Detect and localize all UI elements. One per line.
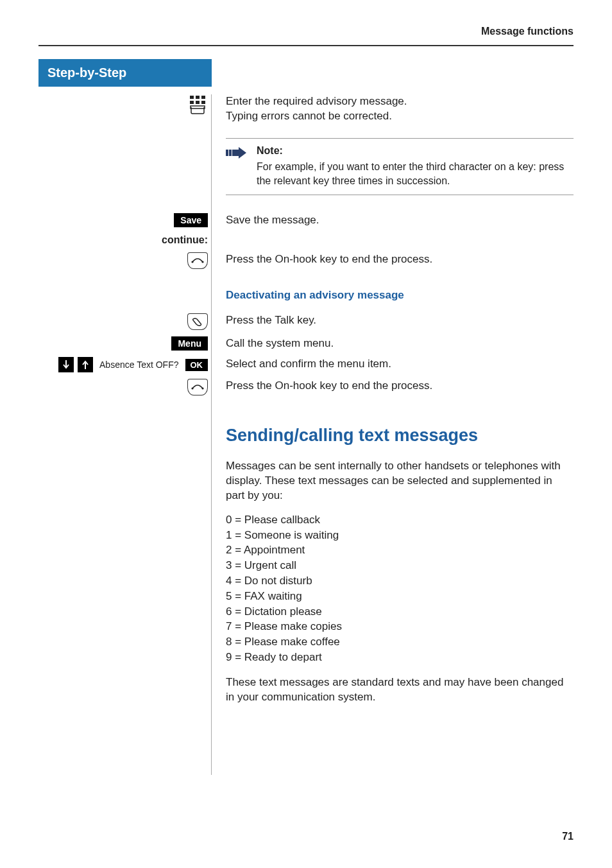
message-list-item: 8 = Please make coffee: [226, 634, 574, 650]
message-list-item: 4 = Do not disturb: [226, 573, 574, 589]
message-list-item: 1 = Someone is waiting: [226, 528, 574, 543]
sending-intro: Messages can be sent internally to other…: [226, 459, 574, 503]
svg-rect-7: [226, 150, 228, 156]
note-title: Note:: [257, 144, 574, 158]
save-text: Save the message.: [212, 213, 574, 228]
sending-calling-heading: Sending/calling text messages: [226, 424, 574, 447]
svg-point-11: [191, 261, 193, 263]
step-by-step-header: Step-by-Step: [38, 59, 212, 87]
message-list-item: 3 = Urgent call: [226, 558, 574, 573]
arrow-up-button[interactable]: [78, 357, 93, 372]
svg-point-14: [201, 388, 203, 390]
note-box: Note: For example, if you want to enter …: [226, 138, 574, 195]
svg-marker-10: [239, 147, 246, 159]
menu-button[interactable]: Menu: [171, 336, 208, 351]
onhook-key-icon[interactable]: [187, 252, 208, 269]
column-divider: [211, 94, 212, 775]
message-list-item: 0 = Please callback: [226, 512, 574, 528]
save-button[interactable]: Save: [174, 213, 208, 227]
svg-rect-9: [232, 150, 239, 156]
message-list-item: 7 = Please make copies: [226, 619, 574, 634]
enter-advisory-text-line1: Enter the required advisory message.: [226, 94, 574, 109]
select-confirm-text: Select and confirm the menu item.: [212, 357, 574, 372]
talk-text: Press the Talk key.: [212, 313, 574, 328]
sending-outro: These text messages are standard texts a…: [226, 675, 574, 705]
header-section-title: Message functions: [38, 26, 574, 46]
message-list-item: 2 = Appointment: [226, 542, 574, 558]
svg-rect-6: [191, 106, 205, 108]
onhook-text-2: Press the On-hook key to end the process…: [212, 379, 574, 394]
talk-key-icon[interactable]: [187, 313, 208, 330]
menu-text: Call the system menu.: [212, 336, 574, 351]
message-list: 0 = Please callback1 = Someone is waitin…: [226, 512, 574, 665]
message-list-item: 6 = Dictation please: [226, 604, 574, 620]
page-number: 71: [562, 831, 574, 842]
svg-rect-3: [190, 101, 194, 104]
display-absence-text-off: Absence Text OFF?: [97, 360, 181, 370]
keypad-icon: [189, 94, 208, 117]
message-list-item: 5 = FAX waiting: [226, 589, 574, 604]
svg-rect-2: [201, 96, 205, 99]
svg-point-12: [201, 261, 203, 263]
svg-rect-1: [196, 96, 200, 99]
svg-rect-0: [190, 96, 194, 99]
svg-rect-4: [196, 101, 200, 104]
note-arrow-icon: [226, 144, 248, 188]
deactivate-heading: Deactivating an advisory message: [226, 288, 574, 303]
arrow-down-button[interactable]: [58, 357, 74, 372]
continue-label: continue:: [38, 234, 212, 246]
onhook-key-icon-2[interactable]: [187, 379, 208, 395]
onhook-text-1: Press the On-hook key to end the process…: [212, 252, 574, 267]
svg-rect-5: [201, 101, 205, 104]
svg-rect-8: [229, 150, 232, 156]
note-body: For example, if you want to enter the th…: [257, 160, 574, 187]
enter-advisory-text-line2: Typing errors cannot be corrected.: [226, 109, 574, 124]
message-list-item: 9 = Ready to depart: [226, 650, 574, 665]
ok-button[interactable]: OK: [185, 359, 208, 371]
svg-point-13: [191, 388, 193, 390]
